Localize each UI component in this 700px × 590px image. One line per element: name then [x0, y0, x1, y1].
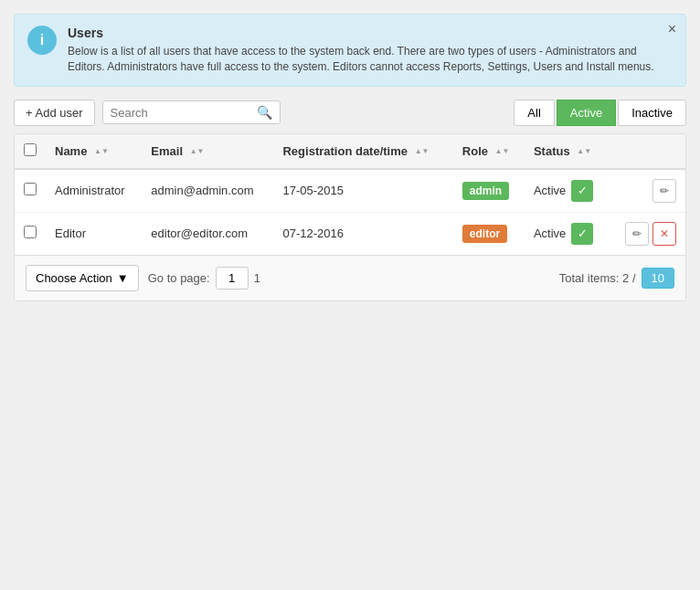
info-banner: i Users Below is a list of all users tha… — [14, 14, 686, 87]
per-page-button[interactable]: 10 — [642, 268, 674, 289]
info-content: Users Below is a list of all users that … — [68, 26, 673, 75]
row-email-1: editor@editor.com — [142, 212, 273, 255]
banner-title: Users — [68, 26, 673, 40]
sort-name-icon[interactable]: ▲▼ — [94, 148, 109, 155]
sort-email-icon[interactable]: ▲▼ — [190, 148, 205, 155]
search-icon: 🔍 — [257, 105, 272, 120]
col-header-name[interactable]: Name ▲▼ — [46, 134, 142, 169]
dropdown-arrow-icon: ▼ — [117, 271, 129, 285]
select-all-header — [15, 134, 46, 169]
toolbar-left: + Add user 🔍 — [14, 100, 281, 126]
filter-inactive-button[interactable]: Inactive — [618, 100, 686, 126]
col-header-actions — [610, 134, 685, 169]
banner-text: Below is a list of all users that have a… — [68, 44, 673, 75]
search-input[interactable] — [111, 106, 257, 120]
choose-action-button[interactable]: Choose Action ▼ — [26, 265, 139, 291]
toolbar: + Add user 🔍 All Active Inactive — [14, 100, 686, 126]
search-box: 🔍 — [102, 100, 281, 124]
status-text-0: Active — [534, 184, 566, 197]
table-header-row: Name ▲▼ Email ▲▼ Registration date/time … — [15, 134, 685, 169]
col-header-email[interactable]: Email ▲▼ — [142, 134, 273, 169]
row-actions-0: ✏ — [610, 169, 685, 213]
info-icon: i — [27, 26, 57, 55]
status-toggle-1[interactable]: ✓ — [571, 223, 593, 245]
row-checkbox-0[interactable] — [24, 183, 37, 195]
pagination-bar: Choose Action ▼ Go to page: 1 Total item… — [15, 255, 685, 300]
col-header-role[interactable]: Role ▲▼ — [453, 134, 525, 169]
select-all-checkbox[interactable] — [24, 143, 37, 156]
row-regdate-0: 17-05-2015 — [273, 169, 452, 213]
role-badge-1: editor — [462, 225, 507, 243]
add-user-button[interactable]: + Add user — [14, 100, 95, 126]
row-name-0: Administrator — [46, 169, 142, 213]
row-email-0: admin@admin.com — [142, 169, 273, 213]
table-row: Editor editor@editor.com 07-12-2016 edit… — [15, 212, 685, 255]
toolbar-right: All Active Inactive — [514, 100, 686, 126]
row-role-1: editor — [453, 212, 525, 255]
page-input[interactable] — [216, 267, 249, 290]
go-to-page: Go to page: 1 — [148, 267, 260, 290]
row-name-1: Editor — [46, 212, 142, 255]
users-table: Name ▲▼ Email ▲▼ Registration date/time … — [15, 134, 685, 255]
row-checkbox-cell — [15, 169, 46, 213]
page-wrapper: i Users Below is a list of all users tha… — [0, 0, 700, 590]
sort-role-icon[interactable]: ▲▼ — [495, 148, 510, 155]
row-checkbox-cell — [15, 212, 46, 255]
sort-status-icon[interactable]: ▲▼ — [577, 148, 591, 155]
filter-active-button[interactable]: Active — [557, 100, 616, 126]
edit-button-0[interactable]: ✏ — [652, 179, 676, 203]
row-regdate-1: 07-12-2016 — [273, 212, 452, 255]
table-body: Administrator admin@admin.com 17-05-2015… — [15, 169, 685, 255]
banner-close-button[interactable]: × — [668, 22, 676, 37]
edit-button-1[interactable]: ✏ — [625, 222, 649, 246]
table-container: Name ▲▼ Email ▲▼ Registration date/time … — [14, 133, 686, 301]
row-role-0: admin — [453, 169, 525, 213]
total-info: Total items: 2 / 10 — [559, 268, 674, 289]
role-badge-0: admin — [462, 182, 509, 200]
total-pages: 1 — [254, 271, 260, 285]
col-header-reg-date[interactable]: Registration date/time ▲▼ — [273, 134, 452, 169]
row-checkbox-1[interactable] — [24, 226, 37, 238]
sort-regdate-icon[interactable]: ▲▼ — [415, 148, 430, 155]
table-row: Administrator admin@admin.com 17-05-2015… — [15, 169, 685, 213]
col-header-status[interactable]: Status ▲▼ — [525, 134, 610, 169]
delete-button-1[interactable]: ✕ — [652, 222, 676, 246]
row-status-1: Active ✓ — [525, 212, 610, 255]
row-status-0: Active ✓ — [525, 169, 610, 213]
total-items-label: Total items: 2 / — [559, 271, 636, 285]
status-toggle-0[interactable]: ✓ — [571, 180, 593, 202]
row-actions-1: ✏ ✕ — [610, 212, 685, 255]
status-text-1: Active — [534, 227, 566, 240]
filter-all-button[interactable]: All — [514, 100, 554, 126]
